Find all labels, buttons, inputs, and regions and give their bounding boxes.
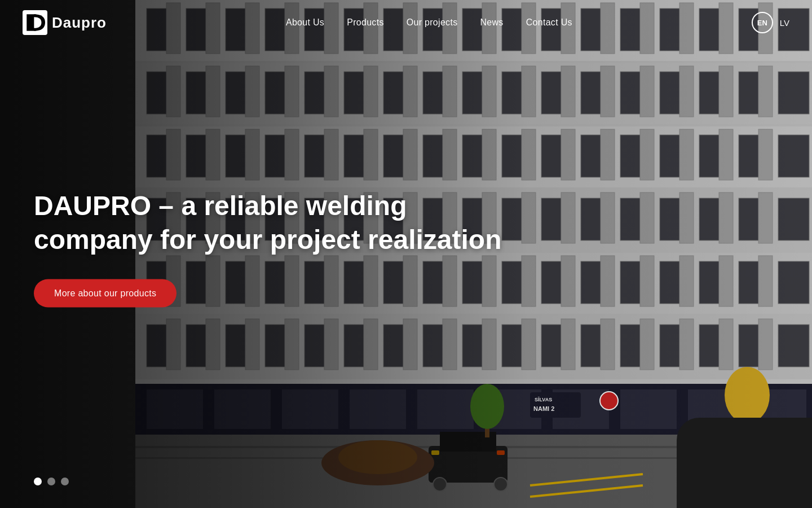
slide-indicators (34, 478, 69, 485)
hero-section: SĪLVAS NAMI 2 Daupro (0, 0, 812, 508)
logo[interactable]: Daupro (23, 10, 107, 35)
nav-item-about[interactable]: About Us (286, 17, 324, 28)
logo-text: Daupro (52, 14, 107, 32)
lang-switcher: EN LV (752, 12, 789, 33)
hero-title-line1: DAUPRO – a reliable welding (34, 191, 407, 221)
nav-link-contact[interactable]: Contact Us (526, 17, 572, 27)
nav-link-products[interactable]: Products (347, 17, 384, 27)
bottom-right-decoration (677, 418, 812, 508)
nav-item-projects[interactable]: Our projects (407, 17, 458, 28)
logo-icon (23, 10, 47, 35)
slide-dot-1[interactable] (34, 478, 42, 485)
slide-dot-3[interactable] (61, 478, 69, 485)
lang-lv-button[interactable]: LV (780, 18, 789, 28)
logo-svg (25, 12, 45, 33)
nav-links: About Us Products Our projects News Cont… (286, 17, 572, 28)
hero-content: DAUPRO – a reliable welding company for … (34, 189, 502, 308)
nav-item-products[interactable]: Products (347, 17, 384, 28)
nav-item-contact[interactable]: Contact Us (526, 17, 572, 28)
navbar: Daupro About Us Products Our projects Ne… (0, 0, 812, 45)
hero-title: DAUPRO – a reliable welding company for … (34, 189, 502, 257)
slide-dot-2[interactable] (47, 478, 55, 485)
nav-item-news[interactable]: News (480, 17, 503, 28)
nav-link-news[interactable]: News (480, 17, 503, 27)
nav-link-about[interactable]: About Us (286, 17, 324, 27)
hero-title-line2: company for your project realization (34, 225, 502, 255)
lang-en-button[interactable]: EN (752, 12, 773, 33)
nav-link-projects[interactable]: Our projects (407, 17, 458, 27)
hero-cta-button[interactable]: More about our products (34, 279, 176, 308)
